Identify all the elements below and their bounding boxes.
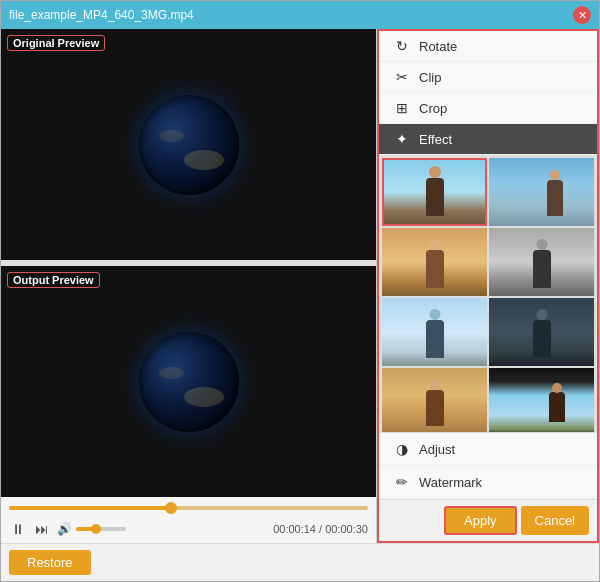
titlebar: file_example_MP4_640_3MG.mp4 ✕ [1, 1, 599, 29]
bottom-bar: Restore [1, 543, 599, 581]
bottom-tools: ◑ Adjust ✏ Watermark [379, 432, 597, 499]
effect-thumb-cool[interactable] [382, 298, 487, 366]
original-earth-display [139, 95, 239, 195]
output-preview-label: Output Preview [7, 272, 100, 288]
apply-button[interactable]: Apply [444, 506, 517, 535]
volume-thumb[interactable] [91, 524, 101, 534]
main-window: file_example_MP4_640_3MG.mp4 ✕ Original … [0, 0, 600, 582]
volume-track[interactable] [76, 527, 126, 531]
time-display: 00:00:14 / 00:00:30 [273, 523, 368, 535]
volume-icon: 🔊 [57, 522, 72, 536]
controls-panel: ⏸ ⏭ 🔊 00:00:14 / 00:00:30 [1, 497, 376, 543]
effect-thumb-normal[interactable] [382, 158, 487, 226]
left-panel: Original Preview Output Preview [1, 29, 377, 543]
right-bottom-bar: Apply Cancel [379, 499, 597, 541]
cancel-button[interactable]: Cancel [521, 506, 589, 535]
output-preview-area: Output Preview [1, 266, 376, 497]
menu-item-rotate[interactable]: ↻ Rotate [379, 31, 597, 62]
menu-label-crop: Crop [419, 101, 447, 116]
effect-grid [379, 155, 597, 432]
menu-label-clip: Clip [419, 70, 441, 85]
skip-button[interactable]: ⏭ [33, 519, 51, 539]
volume-area: 🔊 [57, 522, 126, 536]
time-total: 00:00:30 [325, 523, 368, 535]
tool-label-watermark: Watermark [419, 475, 482, 490]
menu-label-effect: Effect [419, 132, 452, 147]
menu-item-crop[interactable]: ⊞ Crop [379, 93, 597, 124]
effect-icon: ✦ [393, 131, 411, 147]
progress-track[interactable] [9, 506, 368, 510]
play-pause-button[interactable]: ⏸ [9, 519, 27, 539]
progress-bar-container[interactable] [9, 501, 368, 515]
tool-item-adjust[interactable]: ◑ Adjust [379, 433, 597, 466]
time-separator: / [316, 523, 325, 535]
menu-label-rotate: Rotate [419, 39, 457, 54]
effect-thumb-warm[interactable] [382, 228, 487, 296]
watermark-icon: ✏ [393, 474, 411, 490]
crop-icon: ⊞ [393, 100, 411, 116]
effect-thumb-partial1[interactable] [382, 368, 487, 432]
menu-item-effect[interactable]: ✦ Effect [379, 124, 597, 155]
playback-controls: ⏸ ⏭ 🔊 00:00:14 / 00:00:30 [9, 519, 368, 539]
progress-thumb[interactable] [165, 502, 177, 514]
menu-item-clip[interactable]: ✂ Clip [379, 62, 597, 93]
right-menu: ↻ Rotate ✂ Clip ⊞ Crop ✦ Effect [379, 31, 597, 155]
original-preview-area: Original Preview [1, 29, 376, 260]
time-current: 00:00:14 [273, 523, 316, 535]
tool-label-adjust: Adjust [419, 442, 455, 457]
main-content: Original Preview Output Preview [1, 29, 599, 543]
original-preview-label: Original Preview [7, 35, 105, 51]
window-title: file_example_MP4_640_3MG.mp4 [9, 8, 194, 22]
close-button[interactable]: ✕ [573, 6, 591, 24]
tool-item-watermark[interactable]: ✏ Watermark [379, 466, 597, 499]
effect-thumb-partial2[interactable] [489, 368, 594, 432]
ctrl-left: ⏸ ⏭ 🔊 [9, 519, 126, 539]
effect-thumb-grayscale[interactable] [489, 228, 594, 296]
adjust-icon: ◑ [393, 441, 411, 457]
right-panel: ↻ Rotate ✂ Clip ⊞ Crop ✦ Effect [377, 29, 599, 543]
effect-thumb-sky[interactable] [489, 158, 594, 226]
clip-icon: ✂ [393, 69, 411, 85]
rotate-icon: ↻ [393, 38, 411, 54]
output-earth-display [139, 332, 239, 432]
restore-button[interactable]: Restore [9, 550, 91, 575]
progress-fill [9, 506, 171, 510]
effect-thumb-dark[interactable] [489, 298, 594, 366]
